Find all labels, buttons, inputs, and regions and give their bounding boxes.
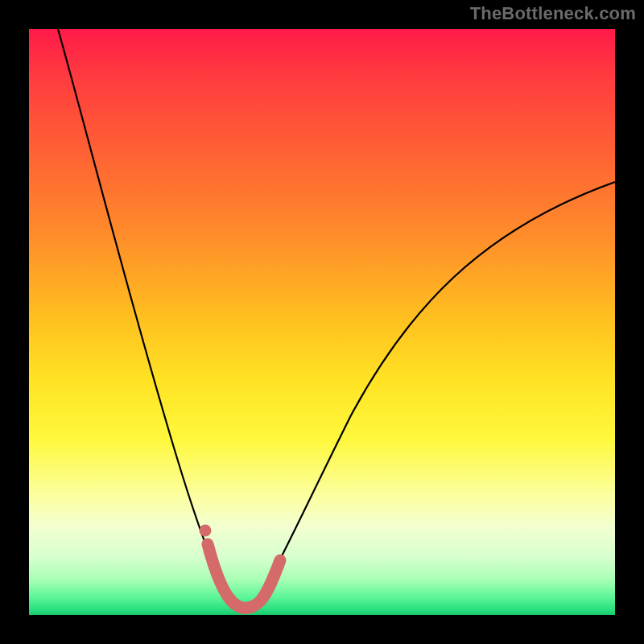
plot-area bbox=[29, 29, 615, 615]
watermark-text: TheBottleneck.com bbox=[470, 3, 636, 24]
bottleneck-curve bbox=[58, 29, 615, 610]
marker-segment bbox=[208, 544, 280, 608]
chart-svg bbox=[29, 29, 615, 615]
chart-frame: TheBottleneck.com bbox=[0, 0, 644, 644]
isolated-dot bbox=[200, 525, 212, 537]
